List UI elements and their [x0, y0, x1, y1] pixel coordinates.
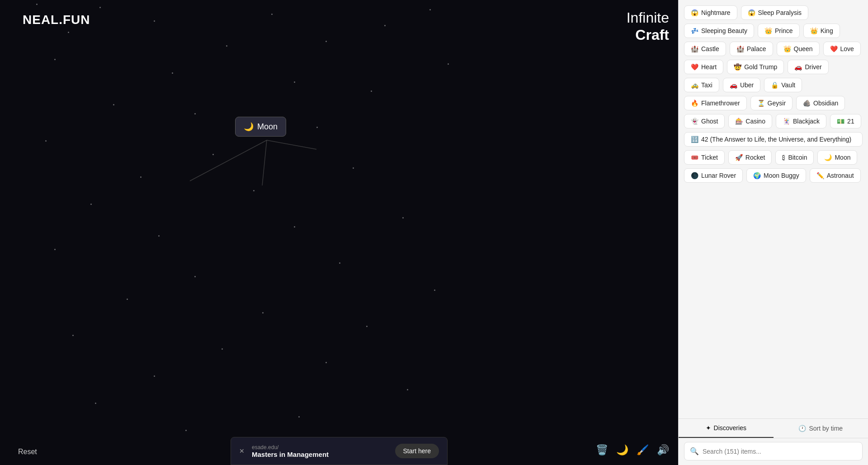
item-emoji: 🔒 [771, 81, 778, 89]
item-emoji: 🚗 [794, 63, 802, 71]
canvas-area[interactable]: NEAL.FUN Infinite Craft 🌙 Moon Reset 🗑️ … [0, 0, 678, 465]
star [448, 63, 449, 65]
item-label: Geysir [768, 100, 786, 107]
item-emoji: 🌑 [691, 172, 698, 179]
item-chip[interactable]: 🔥Flamethrower [684, 96, 747, 110]
item-chip[interactable]: 👻Ghost [684, 114, 725, 128]
item-label: Prince [775, 27, 793, 34]
item-emoji: 🪨 [803, 100, 811, 107]
star [154, 375, 155, 377]
item-emoji: 👻 [691, 118, 698, 125]
item-chip[interactable]: 😱Sleep Paralysis [741, 5, 809, 20]
search-bar: 🔍 [684, 442, 863, 460]
item-label: Blackjack [793, 118, 820, 125]
star [326, 362, 327, 363]
moon-label: Moon [257, 122, 278, 132]
star [253, 190, 255, 191]
star [326, 41, 327, 42]
item-chip[interactable]: 🚗Uber [723, 78, 760, 92]
star [54, 59, 56, 60]
item-chip[interactable]: ✏️Astronaut [810, 168, 861, 183]
item-label: Uber [740, 81, 754, 89]
search-input[interactable] [703, 448, 857, 455]
item-chip[interactable]: 👑King [803, 24, 840, 38]
item-chip[interactable]: 🌙Moon [817, 150, 857, 165]
star [366, 326, 368, 327]
item-chip[interactable]: 🚕Taxi [684, 78, 719, 92]
item-chip[interactable]: 🔒Vault [764, 78, 802, 92]
ad-close-button[interactable]: ✕ [239, 447, 245, 455]
item-emoji: 🎰 [735, 118, 743, 125]
item-chip[interactable]: 🏰Palace [730, 42, 773, 56]
star [54, 249, 56, 250]
item-chip[interactable]: 🪨Obsidian [796, 96, 845, 110]
ad-banner: ✕ esade.edu/ Masters in Management Start… [231, 437, 448, 465]
item-label: Ghost [701, 118, 718, 125]
star [434, 289, 435, 291]
item-emoji: 🃏 [783, 118, 790, 125]
item-chip[interactable]: 💤Sleeping Beauty [684, 24, 754, 38]
item-chip[interactable]: 👑Queen [777, 42, 820, 56]
item-chip[interactable]: ❤️Love [823, 42, 861, 56]
tab-discoveries-label: Discoveries [714, 424, 746, 432]
bottom-controls: Reset [18, 448, 37, 456]
star [316, 127, 318, 128]
item-chip[interactable]: 👑Prince [758, 24, 800, 38]
item-chip[interactable]: 🤠Gold Trump [727, 60, 784, 74]
item-emoji: 💤 [691, 27, 698, 34]
tab-discoveries[interactable]: ✦ Discoveries [679, 419, 774, 438]
item-chip[interactable]: 🚀Rocket [728, 150, 772, 165]
item-label: Moon Buggy [764, 172, 799, 179]
item-emoji: 💵 [837, 118, 844, 125]
tab-sort-by-time[interactable]: 🕐 Sort by time [774, 419, 868, 438]
item-chip[interactable]: 🌑Lunar Rover [684, 168, 743, 183]
star [353, 167, 354, 169]
panel-tabs: ✦ Discoveries 🕐 Sort by time [679, 419, 868, 438]
item-label: Casino [745, 118, 765, 125]
item-emoji: 🚀 [735, 154, 743, 161]
ad-cta-button[interactable]: Start here [395, 444, 439, 458]
item-label: Palace [747, 45, 766, 52]
item-emoji: 🔢 [691, 136, 698, 143]
item-emoji: 🚗 [730, 81, 737, 89]
item-chip[interactable]: 🃏Blackjack [776, 114, 826, 128]
star [262, 312, 264, 313]
items-grid: 😱Nightmare😱Sleep Paralysis💤Sleeping Beau… [679, 0, 868, 418]
logo: NEAL.FUN [23, 13, 90, 27]
star [407, 389, 408, 390]
item-chip[interactable]: 🔢42 (The Answer to Life, the Universe, a… [684, 132, 863, 147]
item-label: Vault [781, 81, 795, 89]
item-chip[interactable]: 🏰Castle [684, 42, 726, 56]
star [371, 90, 372, 92]
item-chip[interactable]: 💵21 [830, 114, 861, 128]
item-emoji: 😱 [748, 9, 755, 16]
brush-icon[interactable]: 🖌️ [637, 444, 649, 456]
item-chip[interactable]: ❤️Heart [684, 60, 723, 74]
item-chip[interactable]: 🎟️Ticket [684, 150, 725, 165]
moon-toggle-icon[interactable]: 🌙 [616, 444, 628, 456]
item-label: Castle [701, 45, 719, 52]
sound-icon[interactable]: 🔊 [657, 444, 669, 456]
item-chip[interactable]: ⏳Geysir [750, 96, 793, 110]
star [72, 335, 74, 336]
item-label: Moon [835, 154, 850, 161]
item-emoji: ₿ [782, 154, 785, 161]
item-label: Heart [701, 63, 717, 71]
item-chip[interactable]: 🌍Moon Buggy [746, 168, 806, 183]
item-label: Ticket [701, 154, 718, 161]
reset-button[interactable]: Reset [18, 448, 37, 456]
item-emoji: 🤠 [734, 63, 741, 71]
item-emoji: 👑 [764, 27, 772, 34]
item-emoji: 👑 [783, 45, 791, 52]
item-emoji: 🌙 [824, 154, 832, 161]
item-label: Sleeping Beauty [701, 27, 747, 34]
moon-element[interactable]: 🌙 Moon [235, 117, 286, 137]
item-chip[interactable]: 🚗Driver [788, 60, 828, 74]
item-chip[interactable]: 🎰Casino [728, 114, 772, 128]
item-label: Nightmare [701, 9, 731, 16]
item-label: Flamethrower [701, 100, 740, 107]
delete-icon[interactable]: 🗑️ [596, 444, 608, 456]
item-chip[interactable]: 😱Nightmare [684, 5, 737, 20]
item-chip[interactable]: ₿Bitcoin [775, 150, 814, 165]
star [113, 104, 114, 105]
